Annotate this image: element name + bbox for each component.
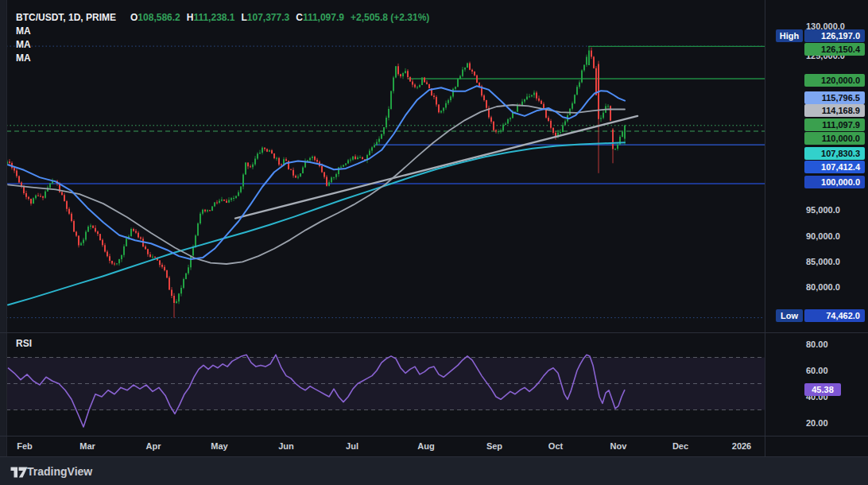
price-chart-canvas[interactable] <box>0 0 868 485</box>
low-value: 107,377.3 <box>247 12 289 23</box>
bottom-toolbar: TradingView <box>0 457 868 485</box>
open-label: O <box>130 12 138 23</box>
price-axis[interactable]: 130,000.0125,000.095,000.090,000.085,000… <box>765 0 868 457</box>
low-label: L <box>241 12 246 23</box>
left-edge-strip <box>0 0 7 457</box>
low-marker-badge: Low <box>776 309 803 322</box>
time-label-2026: 2026 <box>732 441 751 451</box>
close-value: 111,097.9 <box>303 12 344 23</box>
symbol-title[interactable]: BTC/USDT, 1D, PRIME <box>16 12 116 23</box>
change-value: +2,505.8 (+2.31%) <box>351 12 429 23</box>
time-label-mar: Mar <box>79 441 95 451</box>
price-tick: 95,000.0 <box>806 204 840 216</box>
open-value: 108,586.2 <box>138 12 180 23</box>
time-label-dec: Dec <box>672 441 688 451</box>
price-label: 107,830.3 <box>804 147 865 160</box>
price-label: 74,462.0 <box>804 309 865 322</box>
time-label-apr: Apr <box>146 441 161 451</box>
price-label: 126,197.0 <box>804 29 865 42</box>
chart-legend: BTC/USDT, 1D, PRIMEO108,586.2H111,238.1L… <box>16 11 429 65</box>
rsi-indicator-label[interactable]: RSI <box>16 338 32 349</box>
rsi-tick: 60.00 <box>806 364 828 377</box>
price-tick: 80,000.0 <box>806 281 840 293</box>
rsi-value-label: 45.38 <box>804 383 841 396</box>
price-label: 107,412.4 <box>804 161 865 173</box>
price-label: 110,000.0 <box>804 132 865 145</box>
price-label: 111,097.9 <box>804 118 865 131</box>
ma-legend-row-3[interactable]: MA <box>16 52 429 64</box>
rsi-tick: 20.00 <box>806 417 828 429</box>
tradingview-brand-text[interactable]: TradingView <box>27 465 92 478</box>
ma-legend-row-1[interactable]: MA <box>16 25 429 37</box>
price-tick: 85,000.0 <box>806 255 840 268</box>
time-label-oct: Oct <box>548 441 563 451</box>
high-value: 111,238.1 <box>193 12 234 23</box>
horizontal-price-lines <box>6 46 765 318</box>
pane-separator-main-rsi[interactable] <box>0 332 868 333</box>
time-axis[interactable]: FebMarAprMayJunJulAugSepOctNovDec2026 <box>0 436 765 457</box>
tradingview-logo-icon[interactable] <box>10 467 28 478</box>
rsi-tick: 80.00 <box>806 338 828 351</box>
ma-fast-line[interactable] <box>8 86 625 259</box>
time-label-sep: Sep <box>486 441 502 451</box>
price-label: 115,796.5 <box>804 91 865 104</box>
price-label: 120,000.0 <box>804 74 865 87</box>
time-label-feb: Feb <box>17 441 33 451</box>
price-label: 100,000.0 <box>804 176 865 188</box>
time-label-aug: Aug <box>417 441 434 451</box>
symbol-row[interactable]: BTC/USDT, 1D, PRIMEO108,586.2H111,238.1L… <box>16 11 429 24</box>
rsi-pane <box>6 355 765 427</box>
ma-legend-row-2[interactable]: MA <box>16 38 429 51</box>
trading-chart-app: BTC/USDT, 1D, PRIMEO108,586.2H111,238.1L… <box>0 0 868 485</box>
time-label-jul: Jul <box>346 441 358 451</box>
high-marker-badge: High <box>776 29 803 42</box>
time-label-may: May <box>211 441 227 451</box>
price-label: 114,168.9 <box>804 104 865 117</box>
close-label: C <box>296 12 303 23</box>
time-label-nov: Nov <box>610 441 627 451</box>
price-tick: 90,000.0 <box>806 230 840 242</box>
time-label-jun: Jun <box>278 441 294 451</box>
price-label: 126,150.4 <box>804 43 865 56</box>
